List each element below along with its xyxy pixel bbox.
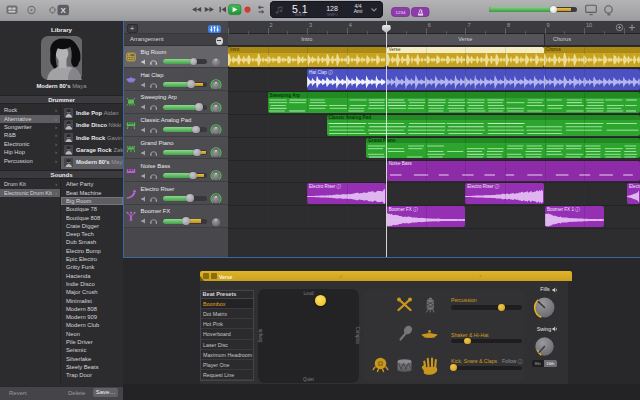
svg-text:X: X <box>61 6 67 15</box>
svg-text:1234: 1234 <box>396 9 406 14</box>
